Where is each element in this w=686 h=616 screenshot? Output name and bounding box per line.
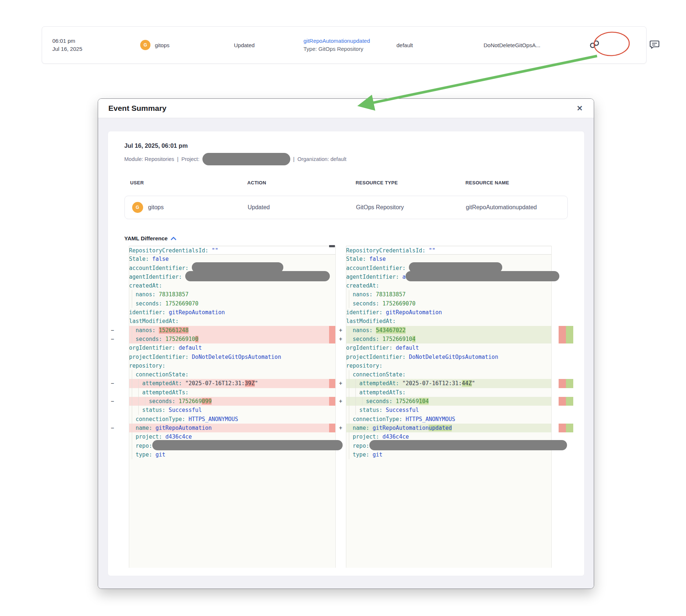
deletion-marker — [108, 442, 129, 450]
addition-marker — [336, 406, 346, 414]
diff-line: lastModifiedAt: — [129, 317, 329, 326]
diff-line: attemptedAt: "2025-07-16T12:31:39Z" — [129, 379, 329, 388]
diff-line: orgIdentifier: default — [129, 343, 329, 352]
ruler-change-mark — [552, 370, 584, 379]
row-user: G gitops — [125, 202, 242, 213]
addition-marker — [336, 370, 346, 379]
event-time: 06:01 pm — [52, 37, 82, 45]
event-summary-note-icon[interactable] — [649, 39, 660, 51]
event-datetime: Jul 16, 2025, 06:01 pm — [124, 131, 568, 149]
audit-log-row[interactable]: 06:01 pm Jul 16, 2025 G gitops Updated g… — [42, 26, 646, 64]
ruler-change-mark — [552, 450, 584, 459]
deletion-marker — [108, 370, 129, 379]
row-action: Updated — [242, 204, 350, 211]
redacted-value — [406, 271, 559, 281]
close-icon[interactable]: ✕ — [577, 105, 583, 112]
diff-line: connectionState: — [129, 370, 329, 379]
diff-line: agentIdentifier: — [129, 273, 329, 281]
event-date: Jul 16, 2025 — [52, 45, 82, 53]
diff-pane-old: RepositoryCredentialsId: ""Stale: falsea… — [129, 246, 336, 568]
user-name: gitops — [155, 42, 169, 48]
ruler-change-mark — [552, 255, 584, 263]
diff-line: repo: — [129, 442, 329, 450]
deletion-marker: − — [108, 397, 129, 406]
deletion-marker — [108, 432, 129, 441]
ruler-change-mark — [552, 326, 584, 335]
addition-marker — [336, 442, 346, 450]
diff-line: identifier: gitRepoAutomation — [129, 308, 329, 317]
addition-marker — [336, 353, 346, 361]
ruler-change-mark — [552, 290, 584, 299]
diff-line: RepositoryCredentialsId: "" — [346, 246, 551, 255]
diff-line: agentIdentifier: a — [346, 273, 551, 281]
addition-marker — [336, 264, 346, 273]
diff-line: seconds: 1752669099 — [129, 397, 329, 406]
addition-marker: + — [336, 335, 346, 343]
resource-link[interactable]: gitRepoAutomationupdated — [303, 37, 370, 45]
diff-line: attemptedAtTs: — [346, 388, 551, 397]
deletion-marker — [108, 246, 129, 255]
addition-marker — [336, 388, 346, 397]
ruler-change-mark — [552, 281, 584, 290]
chain-link-icon[interactable] — [589, 40, 600, 50]
diff-line: repository: — [129, 361, 329, 370]
divider-handle[interactable] — [329, 245, 335, 247]
diff-line: seconds: 1752669104 — [346, 397, 551, 406]
diff-line: name: gitRepoAutomationupdated — [346, 424, 551, 432]
diff-change-ruler[interactable] — [552, 246, 584, 568]
module-label: Module: Repositories — [124, 156, 174, 162]
user-avatar: G — [140, 40, 150, 50]
diff-line: type: git — [129, 450, 329, 459]
diff-line: RepositoryCredentialsId: "" — [129, 246, 329, 255]
ruler-change-mark — [552, 415, 584, 424]
ruler-change-mark — [552, 397, 584, 406]
diff-right-gutter: +++++ — [336, 246, 346, 568]
deletion-marker: − — [108, 326, 129, 335]
ruler-change-mark — [552, 343, 584, 352]
ruler-change-mark — [552, 246, 584, 255]
redacted-project-name — [202, 153, 290, 165]
chevron-up-icon[interactable] — [171, 236, 176, 241]
addition-marker: + — [336, 326, 346, 335]
diff-line: nanos: 543467022 — [346, 326, 551, 335]
resource-cell: gitRepoAutomationupdated Type: GitOps Re… — [303, 37, 370, 53]
diff-line: repo: — [346, 442, 551, 450]
addition-marker — [336, 290, 346, 299]
redacted-value — [185, 271, 330, 281]
event-meta-line: Module: Repositories | Project: | Organi… — [124, 153, 568, 165]
addition-marker — [336, 343, 346, 352]
diff-line: connectionState: — [346, 370, 551, 379]
deletion-marker — [108, 308, 129, 317]
ruler-change-mark — [552, 388, 584, 397]
deletion-marker — [108, 264, 129, 273]
modal-title: Event Summary — [108, 104, 167, 113]
addition-marker — [336, 308, 346, 317]
addition-marker — [336, 361, 346, 370]
ruler-change-mark — [552, 264, 584, 273]
deletion-marker — [108, 450, 129, 459]
deletion-marker — [108, 273, 129, 281]
diff-line: seconds: 1752669070 — [129, 299, 329, 308]
diff-line: nanos: 783183857 — [346, 290, 551, 299]
addition-marker — [336, 450, 346, 459]
ruler-change-mark — [552, 273, 584, 281]
col-action: ACTION — [242, 180, 350, 185]
addition-marker — [336, 255, 346, 263]
ruler-change-mark — [552, 361, 584, 370]
redacted-value — [152, 440, 343, 450]
diff-line: repository: — [346, 361, 551, 370]
row-avatar: G — [132, 202, 143, 213]
addition-marker — [336, 317, 346, 326]
addition-marker — [336, 246, 346, 255]
event-summary-modal: Event Summary ✕ Jul 16, 2025, 06:01 pm M… — [98, 98, 594, 589]
ruler-change-mark — [552, 406, 584, 414]
addition-marker — [336, 432, 346, 441]
diff-line: status: Successful — [129, 406, 329, 414]
modal-header: Event Summary ✕ — [98, 99, 594, 118]
diff-line: seconds: 1752669070 — [346, 299, 551, 308]
ruler-change-mark — [552, 379, 584, 388]
col-resource-name: RESOURCE NAME — [460, 180, 568, 185]
diff-left-ruler — [329, 246, 335, 459]
diff-line: name: gitRepoAutomation — [129, 424, 329, 432]
ruler-change-mark — [552, 442, 584, 450]
